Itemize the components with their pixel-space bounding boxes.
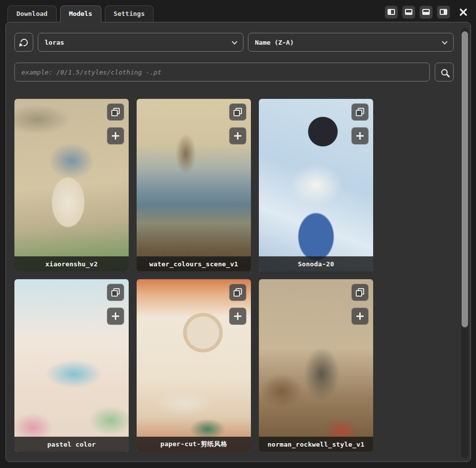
sort-select-wrap: Name (Z-A)	[248, 33, 454, 52]
model-preview-image	[14, 279, 129, 452]
model-name-text: pastel color	[47, 441, 96, 448]
plus-icon	[356, 132, 364, 140]
model-card[interactable]: xiaorenshu_v2	[14, 99, 129, 271]
titlebar: Download Models Settings	[6, 5, 470, 22]
dock-right-button[interactable]	[437, 5, 450, 19]
model-name-label: paper-cut-剪纸风格	[137, 437, 251, 452]
model-card[interactable]: pastel color	[14, 279, 129, 452]
copy-button[interactable]	[351, 284, 369, 301]
dock-bottom-button[interactable]	[402, 5, 415, 19]
model-grid: xiaorenshu_v2 water_colours_scene_v1 Son…	[14, 99, 373, 452]
plus-icon	[356, 312, 364, 320]
copy-icon	[111, 288, 120, 297]
close-button[interactable]	[456, 5, 470, 19]
model-name-text: Sonoda-20	[298, 260, 334, 268]
copy-button[interactable]	[229, 103, 246, 121]
model-preview-image	[259, 279, 373, 452]
dock-bottom-half-icon	[422, 9, 430, 15]
search-input[interactable]	[14, 63, 430, 81]
copy-icon	[356, 288, 364, 297]
model-preview-image	[137, 99, 251, 271]
model-name-label: water_colours_scene_v1	[137, 256, 251, 271]
plus-icon	[234, 312, 241, 320]
copy-button[interactable]	[107, 103, 124, 121]
window-buttons	[385, 5, 470, 22]
tab-bar: Download Models Settings	[7, 5, 154, 22]
model-name-text: paper-cut-剪纸风格	[160, 440, 227, 449]
model-name-text: water_colours_scene_v1	[150, 260, 238, 268]
add-button[interactable]	[107, 308, 124, 325]
models-panel: loras Name (Z-A) xiaorenshu_v2 wate	[5, 22, 471, 462]
copy-button[interactable]	[229, 284, 246, 301]
model-type-select-wrap: loras	[38, 33, 243, 52]
copy-button[interactable]	[107, 284, 124, 301]
add-button[interactable]	[229, 308, 246, 325]
model-card[interactable]: norman_rockwell_style_v1	[259, 279, 373, 452]
scrollbar-thumb[interactable]	[462, 31, 468, 327]
refresh-icon	[19, 37, 29, 48]
model-preview-image	[14, 99, 129, 271]
dock-left-icon	[388, 9, 395, 15]
model-card[interactable]: paper-cut-剪纸风格	[137, 279, 251, 452]
copy-icon	[111, 108, 120, 116]
add-button[interactable]	[351, 308, 369, 325]
dock-left-button[interactable]	[385, 5, 398, 19]
dock-bottom-half-button[interactable]	[419, 5, 433, 19]
model-name-text: norman_rockwell_style_v1	[267, 441, 364, 448]
copy-button[interactable]	[351, 103, 369, 121]
plus-icon	[234, 132, 241, 140]
tab-settings[interactable]: Settings	[105, 5, 154, 22]
copy-icon	[234, 108, 242, 116]
model-name-label: Sonoda-20	[259, 256, 373, 271]
dock-right-icon	[440, 9, 447, 15]
search-icon	[441, 69, 448, 76]
sort-select[interactable]: Name (Z-A)	[248, 33, 454, 52]
close-icon	[459, 8, 468, 16]
model-preview-image	[137, 279, 251, 452]
plus-icon	[112, 132, 119, 140]
dock-bottom-icon	[405, 9, 412, 15]
add-button[interactable]	[351, 127, 369, 145]
model-preview-image	[259, 99, 373, 271]
tab-download[interactable]: Download	[7, 5, 57, 22]
toolbar: loras Name (Z-A)	[14, 33, 454, 52]
search-button[interactable]	[435, 63, 454, 81]
add-button[interactable]	[107, 127, 124, 145]
copy-icon	[234, 288, 242, 297]
plus-icon	[112, 312, 119, 320]
tab-models[interactable]: Models	[60, 5, 101, 22]
model-card[interactable]: water_colours_scene_v1	[137, 99, 251, 271]
search-row	[14, 63, 454, 81]
model-name-text: xiaorenshu_v2	[45, 260, 98, 268]
add-button[interactable]	[229, 127, 246, 145]
scrollbar-track[interactable]	[461, 28, 469, 458]
model-type-select[interactable]: loras	[38, 33, 243, 52]
refresh-button[interactable]	[14, 33, 33, 52]
copy-icon	[356, 108, 364, 116]
model-name-label: pastel color	[14, 437, 129, 452]
model-name-label: xiaorenshu_v2	[14, 256, 129, 271]
model-card[interactable]: Sonoda-20	[259, 99, 373, 271]
model-name-label: norman_rockwell_style_v1	[259, 437, 373, 452]
